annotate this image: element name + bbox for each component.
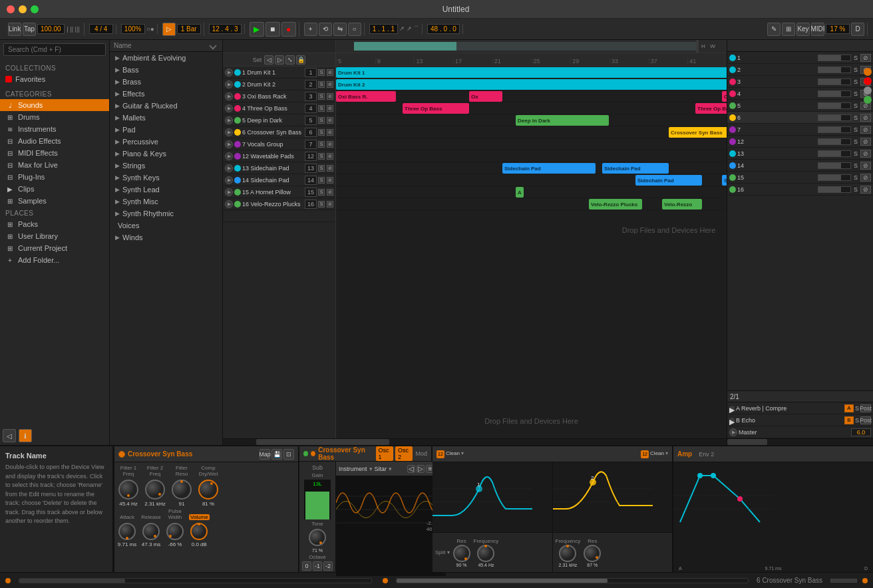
set-lock-icon[interactable]: 🔒 [296,55,305,65]
track-s-btn[interactable]: S [318,81,325,88]
browser-item[interactable]: ▶ Pad [110,124,222,136]
mixer-volume-fader[interactable] [818,114,851,121]
overview-h-btn[interactable]: H [699,40,708,53]
osc2-tab[interactable]: Osc 2 [395,446,413,461]
mini-volume-bar[interactable] [830,579,857,583]
bottom-h-scroll-thumb[interactable] [19,579,125,583]
pencil-icon[interactable]: ✎ [767,23,781,36]
filter2-freq-knob[interactable] [144,478,166,501]
grid-icon[interactable]: ⊞ [782,23,795,36]
mixer-s-btn[interactable]: S [852,90,859,97]
key-button[interactable]: Key [796,23,810,36]
browser-item[interactable]: ▶ Guitar & Plucked [110,100,222,112]
mixer-track-row[interactable]: 12 S ⊘ [727,136,873,148]
sidebar-item-audio-effects[interactable]: ⊟ Audio Effects [0,135,109,147]
track-s-btn[interactable]: S [318,69,325,76]
browser-item[interactable]: ▶ Synth Misc [110,196,222,208]
clip-block[interactable]: Sidechain Pad [602,163,669,174]
track-mute-btn[interactable]: ⊘ [327,117,333,124]
tone-knob[interactable] [308,528,327,547]
mixer-mute-icon[interactable]: ⊘ [860,138,871,146]
clip-block[interactable]: A [516,187,524,198]
clip-block[interactable]: Drum Kit 1 [336,67,727,78]
track-play-icon[interactable]: ▶ [225,188,233,196]
mixer-s-btn[interactable]: S [852,162,859,169]
bottom-h-scroll[interactable] [19,578,372,583]
search-input[interactable] [3,43,106,56]
track-play-icon[interactable]: ▶ [225,92,233,100]
track-s-btn[interactable]: S [318,153,325,160]
tempo-display[interactable]: 100.00 [37,24,65,34]
mixer-track-row[interactable]: 4 S ⊘ [727,88,873,100]
return-post-btn[interactable]: Post [860,416,871,424]
mixer-track-row[interactable]: 3 S ⊘ [727,76,873,88]
play-button[interactable]: ▶ [250,22,264,37]
strip-btn-4[interactable] [864,96,872,104]
mixer-volume-fader[interactable] [818,102,851,109]
track-s-btn[interactable]: S [318,177,325,184]
mixer-s-btn[interactable]: S [852,186,859,193]
tap-button[interactable]: Tap [23,23,36,36]
return-post-btn[interactable]: Post [860,404,871,412]
track-mute-btn[interactable]: ⊘ [327,201,333,208]
sidebar-item-drums[interactable]: ⊞ Drums [0,111,109,123]
mixer-mute-icon[interactable]: ⊘ [860,174,871,182]
track-s-btn[interactable]: S [318,201,325,208]
window-controls[interactable] [7,5,39,13]
track-play-icon[interactable]: ▶ [225,128,233,136]
track-play-icon[interactable]: ▶ [225,104,233,112]
octave-dec[interactable]: 0 [302,561,311,571]
clip-block[interactable]: Oxi Bass R. [336,91,396,102]
filter-reso-knob[interactable] [170,478,193,501]
sidebar-item-instruments[interactable]: ≋ Instruments [0,123,109,135]
set-next-icon[interactable]: ▷ [275,55,284,65]
pulse-knob[interactable] [165,521,185,541]
stop-button[interactable]: ■ [265,22,280,37]
d-button[interactable]: D [851,23,864,36]
freq2-knob[interactable] [558,544,577,563]
sidebar-prev-icon[interactable]: ◁ [3,429,16,442]
sidebar-item-current-project[interactable]: ⊞ Current Project [0,242,109,254]
sidebar-item-user-library[interactable]: ⊞ User Library [0,230,109,242]
mixer-track-row[interactable]: 1 S ⊘ [727,52,873,64]
browser-item[interactable]: ▶ Piano & Keys [110,148,222,160]
bar-display[interactable]: 1 . 1 . 1 [369,24,398,34]
strip-btn-1[interactable] [864,68,872,76]
sidebar-item-midi-effects[interactable]: ⊟ MIDI Effects [0,147,109,159]
res1-knob[interactable] [452,544,471,563]
midi-button[interactable]: MIDI [811,23,824,36]
mixer-volume-fader[interactable] [818,186,851,193]
track-mute-btn[interactable]: ⊘ [327,177,333,184]
track-play-icon[interactable]: ▶ [225,176,233,184]
browser-item[interactable]: ▶ Winds [110,231,222,243]
clip-block[interactable]: Three Op Ba [695,103,727,114]
mixer-volume-fader[interactable] [818,67,851,73]
mixer-track-row[interactable]: 7 S ⊘ [727,124,873,136]
sidebar-item-max-for-live[interactable]: ⊟ Max for Live [0,159,109,171]
clip-block[interactable]: Crossover Syn Bass [669,127,727,138]
comp-drywet-knob[interactable] [197,478,220,501]
device-1-save[interactable]: 💾 [271,449,282,460]
bottom-h-scroll-2[interactable] [396,578,749,583]
clip-block[interactable]: Velo-Rezzo [662,199,702,210]
track-mute-btn[interactable]: ⊘ [327,93,333,100]
browser-item[interactable]: ▶ Strings [110,160,222,172]
track-s-btn[interactable]: S [318,189,325,196]
track-s-btn[interactable]: S [318,129,325,136]
master-play-icon[interactable]: ▶ [729,428,737,436]
track-mute-btn[interactable]: ⊘ [327,129,333,136]
mixer-s-btn[interactable]: S [852,150,859,157]
h-scroll-thumb[interactable] [256,439,389,445]
octave-minus[interactable]: -1 [313,561,322,571]
track-label-row[interactable]: ▶ 16 Velo-Rezzo Plucks 16 S ⊘ [223,198,335,210]
track-label-row[interactable]: ▶ 2 Drum Kit 2 2 S ⊘ [223,78,335,90]
track-mute-btn[interactable]: ⊘ [327,69,333,76]
loop-bar-display[interactable]: 1 Bar [177,24,201,34]
mod-tab[interactable]: Mod [415,450,427,457]
filter1-freq-knob[interactable] [117,478,140,501]
browser-item[interactable]: Voices [110,220,222,231]
clip-block[interactable]: Deep in Dark [516,115,609,126]
mixer-mute-icon[interactable]: ⊘ [860,186,871,194]
clip-block[interactable]: Oxi Bass R. [722,91,727,102]
overview-timeline[interactable] [336,40,696,53]
